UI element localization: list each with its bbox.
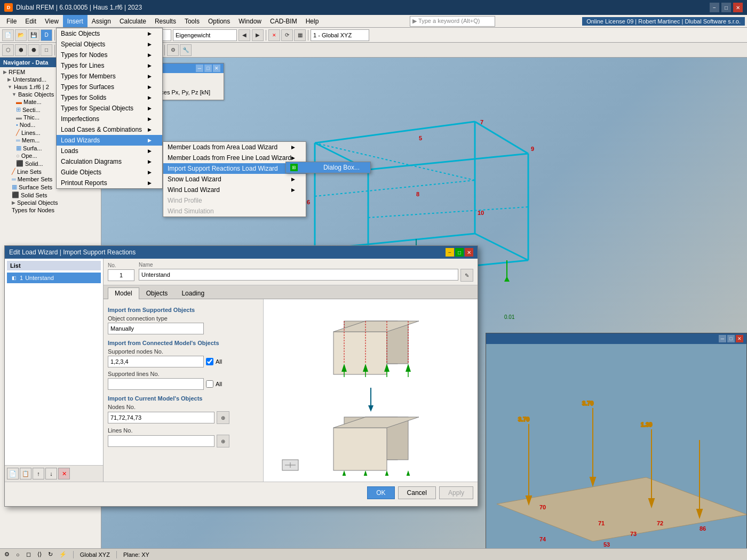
- menu-types-for-nodes[interactable]: Types for Nodes ▶: [57, 50, 162, 60]
- win2-close[interactable]: ✕: [736, 335, 743, 342]
- cancel-button[interactable]: Cancel: [398, 486, 436, 499]
- submenu-arrow: ▶: [148, 148, 152, 154]
- list-up-btn[interactable]: ↑: [33, 468, 44, 479]
- menu-types-for-special[interactable]: Types for Special Objects ▶: [57, 103, 162, 114]
- list-copy-btn[interactable]: 📋: [20, 468, 31, 479]
- view-btn-4[interactable]: □: [41, 44, 52, 56]
- filter-btn-2[interactable]: 🔧: [180, 44, 192, 56]
- list-delete-btn[interactable]: ✕: [58, 468, 70, 479]
- menu-loads[interactable]: Loads ▶: [57, 146, 162, 156]
- supported-nodes-all-check[interactable]: [206, 358, 213, 365]
- menu-special-objects[interactable]: Special Objects ▶: [57, 39, 162, 50]
- supported-lines-all-check[interactable]: [206, 380, 213, 388]
- nav-types-for-nodes[interactable]: Types for Nodes: [1, 206, 100, 214]
- menu-assign[interactable]: Assign: [88, 15, 115, 27]
- close-btn[interactable]: ✕: [733, 3, 743, 12]
- win2-max[interactable]: □: [727, 335, 735, 342]
- menu-guide-objects[interactable]: Guide Objects ▶: [57, 167, 162, 178]
- menu-calc-diagrams[interactable]: Calculation Diagrams ▶: [57, 156, 162, 167]
- svg-text:3.70: 3.70: [518, 416, 529, 422]
- menu-edit[interactable]: Edit: [21, 15, 41, 27]
- no-input[interactable]: [108, 269, 134, 281]
- global-xyz-dropdown[interactable]: 1 - Global XYZ: [311, 29, 369, 41]
- view-btn-1[interactable]: ⬡: [2, 44, 14, 56]
- view-btn-2[interactable]: ⬢: [15, 44, 27, 56]
- toolbar-open[interactable]: 📂: [15, 29, 27, 41]
- dialog-close-btn[interactable]: ✕: [465, 248, 473, 257]
- menu-types-for-solids[interactable]: Types for Solids ▶: [57, 92, 162, 103]
- load-case-dropdown[interactable]: Eigengewicht: [173, 29, 237, 41]
- dialog-max-btn[interactable]: □: [455, 248, 464, 257]
- nav-special-objects[interactable]: ▶ Special Objects: [1, 199, 100, 206]
- menu-types-for-members[interactable]: Types for Members ▶: [57, 71, 162, 82]
- menu-types-for-lines[interactable]: Types for Lines ▶: [57, 60, 162, 71]
- maximize-btn[interactable]: □: [721, 3, 731, 12]
- menu-file[interactable]: File: [2, 15, 21, 27]
- menu-printout-reports[interactable]: Printout Reports ▶: [57, 178, 162, 188]
- filter-btn-1[interactable]: ⚙: [167, 44, 179, 56]
- info-panel-max[interactable]: □: [204, 65, 212, 72]
- apply-button[interactable]: Apply: [439, 486, 473, 499]
- menu-item-label: Calculation Diagrams: [61, 158, 122, 165]
- menu-load-cases-combo[interactable]: Load Cases & Combinations ▶: [57, 124, 162, 135]
- list-down-btn[interactable]: ↓: [45, 468, 57, 479]
- dialog-list-panel: List ◧ 1 Unterstand 📄 📋 ↑ ↓ ✕: [5, 259, 104, 482]
- dialog-min-btn[interactable]: −: [446, 248, 454, 257]
- menu-basic-objects[interactable]: Basic Objects ▶: [57, 28, 162, 39]
- win2-min[interactable]: ─: [719, 335, 726, 342]
- menu-view[interactable]: View: [41, 15, 63, 27]
- toolbar-save[interactable]: 💾: [28, 29, 39, 41]
- toolbar-render[interactable]: ▦: [294, 29, 306, 41]
- menu-imperfections[interactable]: Imperfections ▶: [57, 114, 162, 124]
- tab-loading[interactable]: Loading: [174, 287, 211, 299]
- menu-tools[interactable]: Tools: [180, 15, 204, 27]
- dialog-list-item-1[interactable]: ◧ 1 Unterstand: [7, 273, 101, 283]
- name-edit-btn[interactable]: ✎: [460, 269, 473, 282]
- info-panel-controls[interactable]: ─ □ ✕: [196, 65, 220, 72]
- menu-help[interactable]: Help: [301, 15, 323, 27]
- menu-window[interactable]: Window: [234, 15, 266, 27]
- title-bar-controls[interactable]: − □ ✕: [710, 3, 743, 12]
- nav-solid-sets[interactable]: ⬛ Solid Sets: [1, 191, 100, 199]
- sep6: [54, 45, 55, 55]
- lines-select-btn[interactable]: ⊕: [217, 435, 229, 447]
- name-input[interactable]: [139, 269, 458, 281]
- nodes-select-btn[interactable]: ⊕: [217, 411, 229, 424]
- ok-button[interactable]: OK: [367, 486, 394, 499]
- toolbar-new[interactable]: 📄: [2, 29, 14, 41]
- menu-item-label: Types for Special Objects: [61, 105, 133, 112]
- second-window-controls[interactable]: ─ □ ✕: [719, 335, 743, 342]
- supported-nodes-input[interactable]: [108, 356, 204, 367]
- minimize-btn[interactable]: −: [710, 3, 719, 12]
- toolbar-x[interactable]: ✕: [268, 29, 280, 41]
- menu-options[interactable]: Options: [204, 15, 234, 27]
- toolbar-btn3[interactable]: D: [41, 29, 52, 41]
- svg-text:70: 70: [539, 504, 546, 510]
- menu-cad-bim[interactable]: CAD-BIM: [266, 15, 301, 27]
- submenu-arrow: ▶: [148, 170, 152, 175]
- menu-types-for-surfaces[interactable]: Types for Surfaces ▶: [57, 82, 162, 92]
- search-bar[interactable]: ▶ Type a keyword (Alt+Q): [410, 16, 495, 27]
- dialog-title-controls[interactable]: − □ ✕: [446, 248, 473, 257]
- name-label: Name: [139, 262, 473, 268]
- prev-lc[interactable]: ◀: [239, 29, 250, 41]
- supported-lines-input[interactable]: [108, 378, 204, 390]
- lines-no-input[interactable]: [108, 435, 214, 447]
- status-icon-4: ⟨⟩: [37, 551, 42, 558]
- menu-calculate[interactable]: Calculate: [115, 15, 150, 27]
- submenu-arrow: ▶: [148, 138, 152, 143]
- menu-results[interactable]: Results: [150, 15, 180, 27]
- tab-model[interactable]: Model: [108, 287, 139, 299]
- nodes-no-input[interactable]: [108, 412, 214, 423]
- info-panel-close[interactable]: ✕: [213, 65, 220, 72]
- list-item-no: 1: [20, 275, 23, 281]
- tab-objects[interactable]: Objects: [139, 287, 175, 299]
- list-add-btn[interactable]: 📄: [7, 468, 19, 479]
- menu-load-wizards[interactable]: Load Wizards ▶: [57, 135, 162, 146]
- object-connection-input[interactable]: [108, 323, 204, 334]
- menu-insert[interactable]: Insert: [63, 15, 88, 27]
- toolbar-rotate[interactable]: ⟳: [281, 29, 293, 41]
- info-panel-min[interactable]: ─: [196, 65, 203, 72]
- next-lc[interactable]: ▶: [252, 29, 264, 41]
- view-btn-3[interactable]: ⬣: [28, 44, 39, 56]
